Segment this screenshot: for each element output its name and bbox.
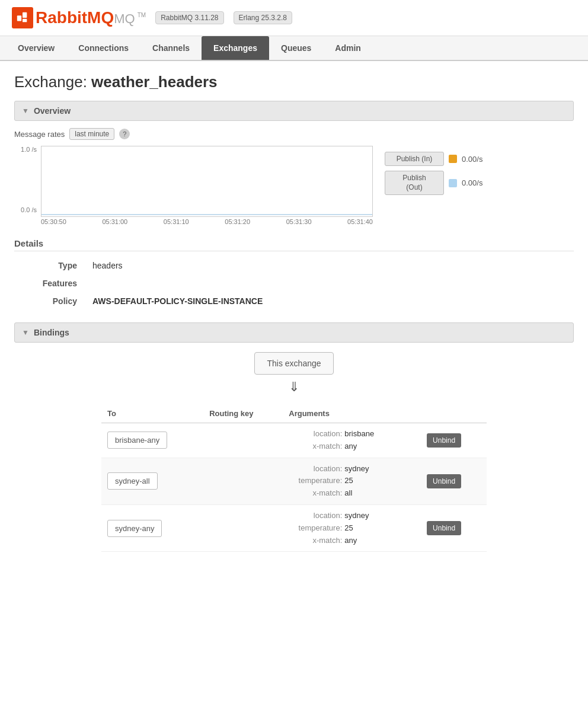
exchange-box: This exchange [254, 352, 333, 375]
details-value-type: headers [88, 257, 573, 274]
bindings-table-body: brisbane-anylocation:brisbanex-match:any… [101, 423, 487, 552]
binding-rk-0 [203, 423, 283, 458]
overview-section: ▼ Overview Message rates last minute ? 1… [14, 101, 574, 226]
col-to: To [101, 404, 203, 423]
bindings-section-header: ▼ Bindings [14, 322, 574, 343]
arg-row: location:brisbane [289, 428, 415, 440]
arrow-down-icon: ⇓ [289, 379, 299, 395]
queue-box-1: sydney-all [107, 472, 158, 490]
chart-x-label-1: 05:31:00 [102, 218, 127, 225]
logo-icon [12, 7, 33, 28]
legend-color-publish-in [449, 155, 457, 163]
binding-row-1: sydney-alllocation:sydneytemperature:25x… [101, 458, 487, 504]
details-row-features: Features [15, 275, 573, 292]
binding-action-0: Unbind [421, 423, 487, 458]
arg-key: location: [289, 428, 342, 440]
arg-value: 25 [344, 522, 353, 535]
binding-args-0: location:brisbanex-match:any [283, 423, 421, 458]
binding-rk-1 [203, 458, 283, 504]
unbind-button-2[interactable]: Unbind [427, 521, 461, 535]
legend-value-publish-out: 0.00/s [462, 178, 482, 187]
chart-graph [41, 146, 373, 217]
nav-link-queues[interactable]: Queues [269, 36, 323, 60]
binding-to-1: sydney-all [101, 458, 203, 504]
binding-row-2: sydney-anylocation:sydneytemperature:25x… [101, 504, 487, 551]
arg-value: sydney [344, 510, 369, 522]
svg-rect-2 [23, 19, 27, 23]
chart-x-label-4: 05:31:30 [286, 218, 312, 225]
chart-area: 1.0 /s 0.0 /s 05:30:50 05:31:00 05:31:10… [14, 146, 373, 226]
details-table: Type headers Features Policy AWS-DEFAULT… [14, 256, 574, 311]
details-key-features: Features [15, 275, 87, 292]
col-arguments: Arguments [283, 404, 421, 423]
page-title: Exchange: weather_headers [14, 73, 574, 91]
binding-args-2: location:sydneytemperature:25x-match:any [283, 504, 421, 551]
legend-item-publish-in: Publish (In) 0.00/s [385, 152, 482, 166]
svg-rect-0 [17, 15, 21, 21]
version-badge: RabbitMQ 3.11.28 [155, 11, 223, 24]
legend-value-publish-in: 0.00/s [462, 155, 482, 164]
title-prefix: Exchange: [14, 73, 87, 91]
exchange-name: weather_headers [91, 73, 217, 91]
nav-link-exchanges[interactable]: Exchanges [202, 36, 269, 60]
nav-link-overview[interactable]: Overview [6, 36, 66, 60]
nav-item-channels[interactable]: Channels [140, 36, 202, 60]
chart-x-label-5: 05:31:40 [347, 218, 373, 225]
nav-item-exchanges[interactable]: Exchanges [202, 36, 269, 60]
binding-to-2: sydney-any [101, 504, 203, 551]
arg-key: location: [289, 510, 342, 522]
exchange-box-container: This exchange [14, 352, 574, 375]
rates-badge[interactable]: last minute [69, 128, 114, 140]
unbind-button-0[interactable]: Unbind [427, 433, 461, 448]
arg-key: x-match: [289, 535, 342, 547]
chart-y-max: 1.0 /s [14, 146, 37, 153]
details-row-type: Type headers [15, 257, 573, 274]
binding-args-1: location:sydneytemperature:25x-match:all [283, 458, 421, 504]
chart-x-label-3: 05:31:20 [225, 218, 250, 225]
legend-item-publish-out: Publish(Out) 0.00/s [385, 171, 482, 195]
binding-to-0: brisbane-any [101, 423, 203, 458]
bindings-header-row: To Routing key Arguments [101, 404, 487, 423]
nav-item-overview[interactable]: Overview [6, 36, 66, 60]
details-key-type: Type [15, 257, 87, 274]
queue-box-2: sydney-any [107, 520, 162, 537]
page-content: Exchange: weather_headers ▼ Overview Mes… [0, 61, 588, 576]
svg-rect-1 [23, 12, 27, 18]
queue-box-0: brisbane-any [107, 432, 167, 449]
bindings-arrow-icon: ▼ [22, 328, 29, 337]
chart-container: 1.0 /s 0.0 /s 05:30:50 05:31:00 05:31:10… [14, 146, 574, 226]
nav-link-admin[interactable]: Admin [323, 36, 373, 60]
arg-value: brisbane [344, 428, 374, 440]
overview-arrow-icon: ▼ [22, 107, 29, 115]
arg-key: temperature: [289, 475, 342, 487]
logo-rest: abbitMQ [47, 8, 114, 27]
legend-label-publish-out: Publish(Out) [385, 171, 444, 195]
overview-section-header: ▼ Overview [14, 101, 574, 121]
arg-row: location:sydney [289, 510, 415, 522]
help-button[interactable]: ? [119, 129, 130, 139]
arg-value: any [344, 440, 357, 453]
nav-item-connections[interactable]: Connections [66, 36, 140, 60]
arg-key: location: [289, 463, 342, 475]
binding-rk-2 [203, 504, 283, 551]
overview-section-title: Overview [34, 106, 71, 116]
logo-r: R [36, 8, 47, 27]
arg-value: 25 [344, 475, 353, 487]
logo: RabbitMQMQ TM [12, 7, 146, 28]
nav-link-channels[interactable]: Channels [140, 36, 202, 60]
logo-tm: TM [138, 12, 146, 18]
nav-item-queues[interactable]: Queues [269, 36, 323, 60]
arg-row: temperature:25 [289, 522, 415, 535]
arg-value: any [344, 535, 357, 547]
chart-x-label-0: 05:30:50 [41, 218, 66, 225]
binding-action-2: Unbind [421, 504, 487, 551]
nav-link-connections[interactable]: Connections [66, 36, 140, 60]
arg-key: temperature: [289, 522, 342, 535]
bindings-section-title: Bindings [34, 328, 69, 337]
unbind-button-1[interactable]: Unbind [427, 474, 461, 488]
nav-item-admin[interactable]: Admin [323, 36, 373, 60]
details-row-policy: Policy AWS-DEFAULT-POLICY-SINGLE-INSTANC… [15, 293, 573, 309]
header: RabbitMQMQ TM RabbitMQ 3.11.28 Erlang 25… [0, 0, 588, 36]
col-routing-key: Routing key [203, 404, 283, 423]
arg-value: sydney [344, 463, 369, 475]
